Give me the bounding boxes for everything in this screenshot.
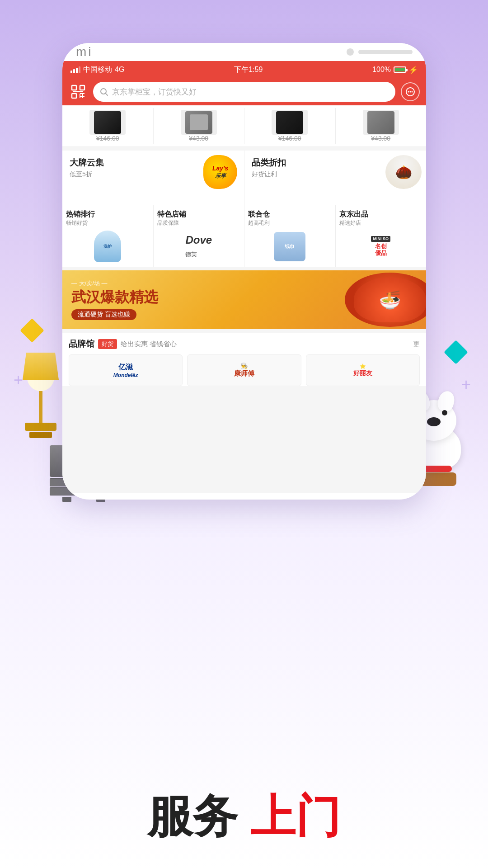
category-title-2: 品类折扣 <box>252 157 286 169</box>
svg-rect-0 <box>72 85 76 90</box>
product-item[interactable]: ¥146.00 <box>62 108 154 144</box>
brand-logo-mondelez[interactable]: 亿滋 Mondelēz <box>69 354 183 386</box>
bottom-headline: 服务 上门 <box>0 791 488 841</box>
search-icon <box>99 87 108 96</box>
time-label: 下午1:59 <box>234 65 263 75</box>
battery-icon <box>394 66 406 73</box>
hot-img-4: MINI SO 名创優品 <box>339 231 423 262</box>
hot-sub-3: 超高毛利 <box>248 219 270 227</box>
hot-title-3: 联合仓 <box>248 210 270 219</box>
carrier-label: 中国移动 <box>83 65 112 75</box>
hot-cell-warehouse[interactable]: 联合仓 超高毛利 纸巾 <box>244 205 335 267</box>
banner-tag: 流通硬货 盲选也赚 <box>71 309 136 320</box>
search-placeholder: 京东掌柜宝，订货快又好 <box>112 87 389 97</box>
message-button[interactable] <box>401 82 420 101</box>
category-section: 大牌云集 低至5折 Lay's乐事 品类折扣 好货让利 🌰 <box>62 151 426 205</box>
scan-button[interactable] <box>69 82 88 101</box>
phone-camera-area <box>347 48 413 56</box>
phone-mockup: mi 中国移动 4G 下午1:59 100% <box>62 43 426 500</box>
hot-sub-1: 畅销好货 <box>66 219 88 227</box>
svg-point-11 <box>408 91 409 93</box>
brand-title: 品牌馆 <box>69 338 94 350</box>
product-price-2: ¥43.00 <box>189 135 208 142</box>
category-cell-dapai[interactable]: 大牌云集 低至5折 Lay's乐事 <box>62 151 244 205</box>
phone-speaker <box>358 50 413 54</box>
app-header: 京东掌柜宝，订货快又好 <box>62 78 426 105</box>
status-left: 中国移动 4G <box>70 65 124 75</box>
product-thumb-3 <box>272 110 308 135</box>
hot-title-2: 特色店铺 <box>157 210 186 219</box>
dove-logo: Dove德芙 <box>185 234 212 259</box>
brand-logo-masterkong[interactable]: 👨‍🍳 康师傅 <box>187 354 301 386</box>
category-grid: 大牌云集 低至5折 Lay's乐事 品类折扣 好货让利 🌰 <box>62 151 426 205</box>
category-cell-pinlei[interactable]: 品类折扣 好货让利 🌰 <box>244 151 426 205</box>
plus-decoration-right: + <box>461 375 471 394</box>
status-bar: 中国移动 4G 下午1:59 100% ⚡ <box>62 61 426 78</box>
product-thumb-2 <box>181 110 217 135</box>
phone-top-bar: mi <box>62 43 426 61</box>
product-price-3: ¥146.00 <box>278 135 301 142</box>
product-item[interactable]: ¥43.00 <box>154 108 245 144</box>
svg-rect-2 <box>72 94 76 98</box>
product-price-4: ¥43.00 <box>371 135 390 142</box>
hot-sub-4: 精选好店 <box>339 219 361 227</box>
diamond-decoration-yellow <box>20 318 44 343</box>
hot-img-1: 洗护 <box>66 231 150 262</box>
scan-icon <box>71 85 85 99</box>
brand-section: 品牌馆 好货 给出实惠 省钱省心 更 亿滋 Mondelēz 👨‍🍳 康师傅 <box>62 333 426 386</box>
product-item[interactable]: ¥43.00 <box>336 108 427 144</box>
app-screen: 中国移动 4G 下午1:59 100% ⚡ <box>62 61 426 493</box>
front-camera <box>347 48 354 56</box>
tissue-image: 纸巾 <box>274 232 305 261</box>
category-sub-1: 低至5折 <box>70 170 92 179</box>
status-right: 100% ⚡ <box>372 66 418 74</box>
category-image-1: Lay's乐事 <box>203 155 239 191</box>
hot-img-3: 纸巾 <box>248 231 332 262</box>
product-strip: ¥146.00 ¥43.00 ¥146.00 <box>62 105 426 147</box>
lamp-decoration <box>14 353 68 443</box>
mi-logo: mi <box>76 45 93 59</box>
category-image-2: 🌰 <box>385 155 422 191</box>
brand-tag: 好货 <box>98 339 117 349</box>
hot-sub-2: 品质保障 <box>157 219 179 227</box>
hot-title-1: 热销排行 <box>66 210 95 219</box>
message-icon <box>405 87 415 97</box>
headline-red: 上门 <box>250 791 341 841</box>
category-sub-2: 好货让利 <box>252 170 277 179</box>
lightning-icon: ⚡ <box>409 66 418 74</box>
banner-section[interactable]: — 大/卖/场 — 武汉爆款精选 流通硬货 盲选也赚 🍜 <box>62 270 426 329</box>
battery-percent: 100% <box>372 66 391 74</box>
product-thumb-4 <box>363 110 399 135</box>
hot-title-4: 京东出品 <box>339 210 368 219</box>
brand-logo-orion[interactable]: ⭐ 好丽友 <box>306 354 420 386</box>
network-label: 4G <box>115 66 124 74</box>
battery-fill <box>395 68 405 71</box>
product-thumb-1 <box>89 110 126 135</box>
hot-cell-ranking[interactable]: 热销排行 畅销好货 洗护 <box>62 205 153 267</box>
headline-black: 服务 <box>147 791 238 841</box>
search-bar[interactable]: 京东掌柜宝，订货快又好 <box>93 82 395 102</box>
hot-row: 热销排行 畅销好货 洗护 特色店铺 品质保障 Dove德芙 联合仓 超高毛利 <box>62 205 426 267</box>
product-item[interactable]: ¥146.00 <box>244 108 336 144</box>
hot-cell-jd-product[interactable]: 京东出品 精选好店 MINI SO 名创優品 <box>336 205 427 267</box>
brand-more[interactable]: 更 <box>413 340 420 349</box>
brand-header: 品牌馆 好货 给出实惠 省钱省心 更 <box>69 338 420 350</box>
hot-cell-store[interactable]: 特色店铺 品质保障 Dove德芙 <box>154 205 244 267</box>
lays-chip-image: Lay's乐事 <box>203 155 237 189</box>
product-price-1: ¥146.00 <box>96 135 119 142</box>
svg-point-13 <box>412 91 413 93</box>
diamond-decoration-teal <box>444 340 468 364</box>
hot-img-2: Dove德芙 <box>157 231 241 262</box>
svg-line-9 <box>106 94 108 96</box>
brand-desc: 给出实惠 省钱省心 <box>121 340 409 349</box>
svg-point-12 <box>410 91 411 93</box>
category-title-1: 大牌云集 <box>70 157 104 169</box>
miniso-image: MINI SO 名创優品 <box>371 236 390 257</box>
svg-rect-1 <box>80 85 84 90</box>
detergent-image: 洗护 <box>94 231 121 262</box>
brand-logos: 亿滋 Mondelēz 👨‍🍳 康师傅 ⭐ 好丽友 <box>69 354 420 386</box>
signal-icon <box>70 66 80 73</box>
